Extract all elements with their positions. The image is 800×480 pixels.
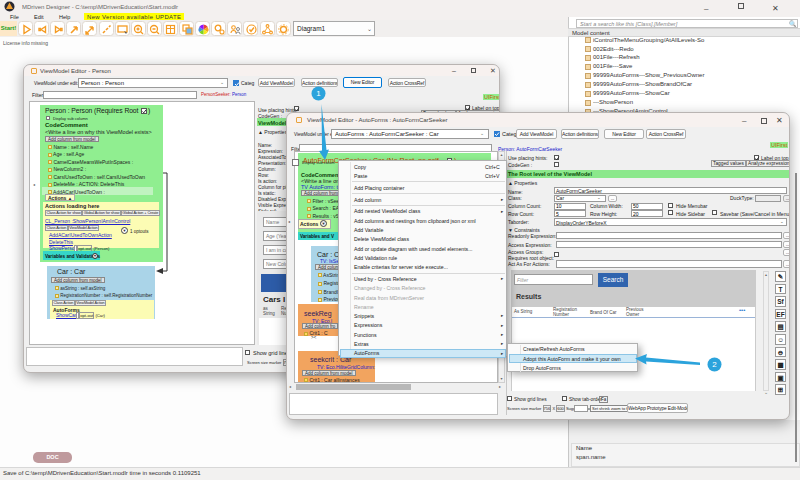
svg-text:2: 2 (712, 360, 717, 369)
svg-text:1: 1 (316, 89, 321, 98)
